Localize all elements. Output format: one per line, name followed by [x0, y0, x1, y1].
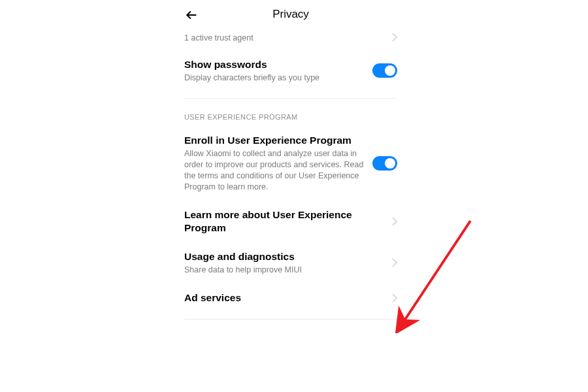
- learn-more-uep-title: Learn more about User Experience Program: [184, 208, 385, 235]
- usage-diagnostics-title: Usage and diagnostics: [184, 250, 385, 263]
- show-passwords-title: Show passwords: [184, 58, 366, 71]
- chevron-right-icon: [392, 258, 397, 267]
- show-passwords-sub: Display characters briefly as you type: [184, 73, 366, 84]
- usage-diagnostics-row[interactable]: Usage and diagnostics Share data to help…: [184, 242, 397, 284]
- content-area: 1 active trust agent Show passwords Disp…: [176, 29, 405, 319]
- settings-screen: Privacy 1 active trust agent Show passwo…: [176, 0, 405, 319]
- usage-diagnostics-sub: Share data to help improve MIUI: [184, 265, 385, 276]
- annotation-arrow-icon: [392, 216, 483, 333]
- header-bar: Privacy: [176, 0, 405, 29]
- chevron-right-icon: [392, 33, 397, 42]
- enroll-uep-title: Enroll in User Experience Program: [184, 134, 366, 147]
- svg-line-1: [404, 221, 470, 321]
- trust-agents-row[interactable]: 1 active trust agent: [184, 29, 397, 50]
- back-button[interactable]: [184, 8, 199, 22]
- enroll-uep-sub: Allow Xiaomi to collect and analyze user…: [184, 148, 366, 193]
- trust-agents-sub: 1 active trust agent: [184, 33, 385, 44]
- section-header-uep: USER EXPERIENCE PROGRAM: [184, 99, 397, 126]
- divider: [184, 319, 397, 319]
- learn-more-uep-row[interactable]: Learn more about User Experience Program: [184, 201, 397, 242]
- chevron-right-icon: [392, 217, 397, 226]
- ad-services-title: Ad services: [184, 291, 385, 304]
- enroll-uep-toggle[interactable]: [372, 156, 397, 171]
- enroll-uep-row[interactable]: Enroll in User Experience Program Allow …: [184, 126, 397, 201]
- back-arrow-icon: [185, 8, 198, 22]
- show-passwords-toggle[interactable]: [372, 63, 397, 78]
- ad-services-row[interactable]: Ad services: [184, 284, 397, 312]
- show-passwords-row[interactable]: Show passwords Display characters briefl…: [184, 50, 397, 91]
- chevron-right-icon: [392, 293, 397, 302]
- page-title: Privacy: [176, 8, 405, 21]
